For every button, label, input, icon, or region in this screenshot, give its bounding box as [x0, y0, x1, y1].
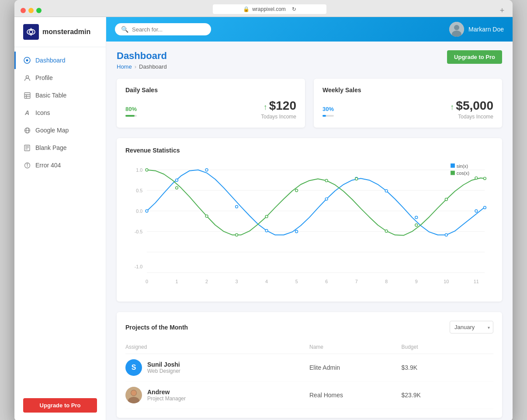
sidebar-item-label: Error 404	[35, 162, 61, 169]
breadcrumb-home[interactable]: Home	[117, 63, 132, 70]
chart-title: Revenue Statistics	[125, 147, 493, 154]
svg-point-66	[325, 179, 328, 182]
app-header: 🔍 Markarn Doe	[106, 17, 513, 42]
sidebar: monsteradmin Dashboard	[14, 17, 106, 420]
close-button[interactable]	[21, 8, 26, 13]
svg-text:cos(x): cos(x)	[457, 170, 469, 176]
sidebar-item-basic-table[interactable]: Basic Table	[14, 87, 106, 104]
projects-header: Projects of the Month January February M…	[125, 321, 493, 333]
svg-point-72	[483, 177, 486, 180]
svg-rect-73	[451, 163, 455, 168]
daily-sales-amount: $120	[269, 99, 296, 113]
weekly-progress-bar	[322, 115, 334, 117]
svg-text:4: 4	[265, 279, 268, 284]
sidebar-item-error-404[interactable]: Error 404	[14, 156, 106, 174]
table-row: Andrew Project Manager Real Homes $23.9K	[125, 382, 493, 409]
weekly-sales-label: Todays Income	[450, 114, 493, 120]
avatar	[449, 22, 464, 37]
traffic-lights	[21, 8, 42, 13]
budget: $23.9K	[402, 392, 494, 399]
weekly-sales-card: Weekly Sales 30%	[314, 79, 502, 128]
svg-point-69	[415, 224, 418, 226]
person-name: Sunil Joshi	[147, 361, 180, 368]
svg-rect-75	[451, 171, 455, 175]
refresh-icon[interactable]: ↻	[292, 6, 296, 12]
svg-point-71	[475, 177, 478, 179]
daily-progress-label: 80%	[125, 106, 137, 112]
svg-text:5: 5	[295, 279, 298, 284]
assigned-cell: Andrew Project Manager	[125, 387, 309, 403]
col-assigned: Assigned	[125, 344, 309, 350]
svg-point-22	[454, 25, 459, 30]
new-tab-button[interactable]: +	[498, 6, 506, 15]
svg-text:1.0: 1.0	[136, 167, 142, 173]
svg-point-1	[29, 30, 33, 34]
weekly-sales-amount: $5,000	[456, 99, 493, 113]
svg-point-58	[475, 210, 478, 212]
svg-text:3: 3	[236, 279, 238, 284]
sidebar-item-google-map[interactable]: Google Map	[14, 121, 106, 139]
daily-sales-card: Daily Sales 80%	[117, 79, 305, 128]
breadcrumb-separator: ›	[135, 63, 136, 70]
breadcrumb: Home › Dashboard	[117, 63, 167, 70]
maximize-button[interactable]	[36, 8, 42, 13]
project-name: Real Homes	[309, 392, 402, 399]
person-role: Web Designer	[147, 368, 180, 374]
project-name: Elite Admin	[309, 364, 402, 371]
user-name: Markarn Doe	[468, 26, 504, 33]
table-icon	[23, 91, 31, 99]
svg-point-67	[355, 177, 358, 180]
logo-text: monsteradmin	[42, 28, 90, 36]
table-header: Assigned Name Budget	[125, 340, 493, 354]
browser-chrome: 🔒 wrappixel.com ↻ +	[14, 0, 513, 17]
sidebar-item-profile[interactable]: Profile	[14, 69, 106, 87]
svg-text:9: 9	[415, 279, 418, 284]
svg-point-47	[146, 210, 148, 212]
breadcrumb-current: Dashboard	[139, 63, 167, 70]
svg-rect-7	[24, 93, 30, 98]
svg-point-53	[325, 198, 328, 200]
projects-card: Projects of the Month January February M…	[117, 312, 502, 418]
svg-point-57	[445, 234, 447, 236]
svg-point-63	[236, 234, 238, 236]
month-select[interactable]: January February March April May June Ju…	[450, 321, 493, 333]
sidebar-item-dashboard[interactable]: Dashboard	[14, 52, 106, 69]
search-bar[interactable]: 🔍	[115, 23, 211, 35]
person-name: Andrew	[147, 389, 186, 396]
table-row: S Sunil Joshi Web Designer Elite Admin $…	[125, 354, 493, 382]
search-input[interactable]	[132, 26, 205, 33]
weekly-progress-fill	[322, 115, 326, 117]
user-info: Markarn Doe	[449, 22, 504, 37]
svg-text:0.0: 0.0	[136, 208, 142, 214]
icons-icon: A	[23, 109, 31, 117]
sidebar-item-label: Dashboard	[35, 57, 66, 64]
daily-sales-label: Todays Income	[261, 114, 296, 120]
sidebar-item-label: Blank Page	[35, 144, 67, 151]
address-bar: 🔒 wrappixel.com ↻	[213, 4, 326, 14]
sidebar-item-icons[interactable]: A Icons	[14, 104, 106, 121]
svg-point-65	[295, 189, 298, 192]
chart-container: 1.0 0.5 0.0 -0.5 -1.0 0 1 2 3 4	[125, 160, 493, 293]
svg-point-48	[176, 179, 178, 181]
header-upgrade-button[interactable]: Upgrade to Pro	[447, 50, 502, 64]
page-header: Dashboard Home › Dashboard Upgrade to Pr…	[117, 50, 502, 70]
info-icon	[23, 161, 31, 169]
svg-text:1: 1	[175, 279, 178, 284]
weekly-arrow-icon: ↑	[450, 103, 454, 112]
person-role: Project Manager	[147, 396, 186, 402]
avatar: S	[125, 359, 142, 376]
svg-point-50	[236, 205, 238, 208]
sidebar-upgrade-button[interactable]: Upgrade to Pro	[23, 398, 97, 413]
minimize-button[interactable]	[28, 8, 34, 13]
svg-point-52	[295, 230, 298, 233]
sidebar-item-blank-page[interactable]: Blank Page	[14, 139, 106, 156]
globe-icon	[23, 126, 31, 134]
projects-title: Projects of the Month	[125, 324, 188, 331]
assigned-cell: S Sunil Joshi Web Designer	[125, 359, 309, 376]
svg-text:0: 0	[146, 279, 148, 284]
svg-point-59	[483, 206, 486, 209]
weekly-progress-label: 30%	[322, 106, 334, 112]
month-select-wrapper[interactable]: January February March April May June Ju…	[450, 321, 493, 333]
svg-text:6: 6	[325, 279, 328, 284]
col-budget: Budget	[402, 344, 494, 350]
